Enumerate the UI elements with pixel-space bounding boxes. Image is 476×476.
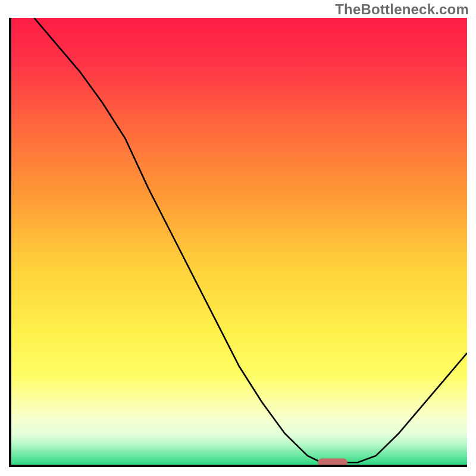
gradient-background (11, 18, 467, 465)
chart-svg (11, 18, 467, 465)
chart-container: TheBottleneck.com (0, 0, 476, 476)
marker-bar (318, 459, 347, 465)
watermark-text: TheBottleneck.com (335, 1, 469, 18)
plot-area (9, 18, 467, 467)
